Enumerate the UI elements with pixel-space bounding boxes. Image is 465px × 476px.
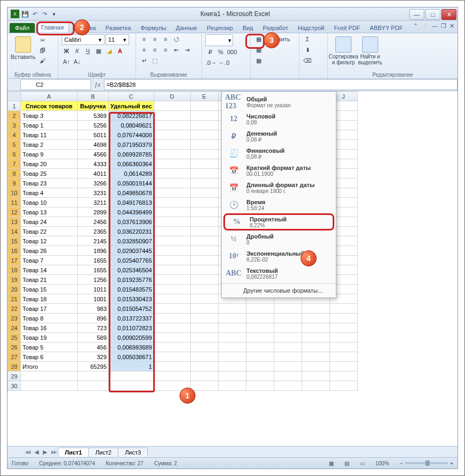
ribbon-minimize-icon[interactable]: ⌃ bbox=[413, 23, 418, 29]
cell[interactable]: 456 bbox=[78, 343, 109, 352]
tab-ABBYY PDF[interactable]: ABBYY PDF bbox=[365, 23, 408, 33]
tab-Foxit PDF[interactable]: Foxit PDF bbox=[329, 23, 365, 33]
tab-file[interactable]: Файл bbox=[10, 23, 35, 33]
sort-filter-button[interactable]: Сортировка и фильтр bbox=[331, 34, 356, 65]
minimize-button[interactable]: — bbox=[409, 9, 424, 20]
tab-Разметка[interactable]: Разметка bbox=[101, 23, 136, 33]
close-button[interactable]: ✕ bbox=[441, 9, 456, 20]
row-header-13[interactable]: 13 bbox=[8, 217, 21, 227]
align-top-icon[interactable]: ≡ bbox=[139, 34, 149, 44]
cell[interactable] bbox=[190, 140, 218, 150]
cell[interactable]: 2145 bbox=[78, 236, 109, 246]
cell[interactable] bbox=[190, 246, 218, 256]
cell[interactable]: 896 bbox=[78, 314, 109, 323]
merge-icon[interactable]: ⬚ bbox=[150, 56, 160, 65]
cell[interactable]: 1655 bbox=[78, 265, 109, 275]
cell[interactable] bbox=[154, 323, 190, 333]
cell[interactable] bbox=[302, 333, 329, 343]
cell[interactable] bbox=[246, 362, 274, 371]
cell[interactable]: 0,011072823 bbox=[109, 323, 154, 333]
decrease-decimal-icon[interactable]: ←.0 bbox=[218, 58, 230, 68]
cell[interactable]: Товар 12 bbox=[21, 236, 78, 246]
row-header-19[interactable]: 19 bbox=[8, 275, 21, 285]
cell[interactable] bbox=[190, 188, 218, 198]
autosum-icon[interactable]: Σ bbox=[303, 34, 312, 44]
cell[interactable]: 723 bbox=[78, 323, 109, 333]
find-select-button[interactable]: Найти и выделить bbox=[358, 34, 382, 65]
format-option-Денежный[interactable]: ₽ Денежный0,08 ₽ bbox=[222, 128, 336, 145]
cell[interactable]: 0,08049621 bbox=[109, 121, 154, 130]
cell[interactable]: Товар 6 bbox=[21, 352, 78, 362]
cell[interactable] bbox=[21, 381, 78, 391]
cell[interactable]: Выручка bbox=[78, 101, 109, 111]
cell[interactable] bbox=[302, 362, 329, 371]
cell[interactable]: Товар 8 bbox=[21, 314, 78, 323]
format-option-Дробный[interactable]: ½ Дробный0 bbox=[222, 230, 336, 248]
paste-button[interactable]: Вставить bbox=[11, 34, 35, 60]
cell[interactable]: Товар 4 bbox=[21, 188, 78, 198]
row-header-24[interactable]: 24 bbox=[8, 323, 21, 333]
cell[interactable] bbox=[190, 150, 218, 159]
cell[interactable] bbox=[109, 381, 154, 391]
cell[interactable] bbox=[154, 285, 190, 294]
cell[interactable] bbox=[218, 314, 246, 323]
format-option-Финансовый[interactable]: 🧾 Финансовый0,08 ₽ bbox=[222, 145, 336, 162]
row-header-11[interactable]: 11 bbox=[8, 198, 21, 207]
cell[interactable]: 0,025407765 bbox=[109, 256, 154, 265]
tab-Данные[interactable]: Данные bbox=[171, 23, 202, 33]
cell[interactable] bbox=[218, 323, 246, 333]
mdi-min-icon[interactable]: — bbox=[432, 23, 438, 29]
cell[interactable] bbox=[302, 304, 329, 314]
row-header-27[interactable]: 27 bbox=[8, 352, 21, 362]
font-color-icon[interactable]: A bbox=[115, 46, 125, 56]
row-header-3[interactable]: 3 bbox=[8, 121, 21, 130]
cell[interactable]: 5011 bbox=[78, 130, 109, 140]
cell[interactable]: Товар 18 bbox=[21, 294, 78, 304]
cell[interactable] bbox=[154, 362, 190, 371]
cell[interactable]: Товар 21 bbox=[21, 275, 78, 285]
cell[interactable]: 2365 bbox=[78, 227, 109, 236]
cell[interactable] bbox=[190, 333, 218, 343]
cell[interactable] bbox=[302, 381, 329, 391]
cell[interactable] bbox=[190, 256, 218, 265]
zoom-slider[interactable]: −+ bbox=[400, 460, 453, 466]
cell[interactable]: 4566 bbox=[78, 150, 109, 159]
col-header-C[interactable]: C bbox=[109, 92, 154, 101]
cell[interactable]: Удельный вес bbox=[109, 101, 154, 111]
cell[interactable]: Товар 10 bbox=[21, 198, 78, 207]
cell[interactable]: 1655 bbox=[78, 256, 109, 265]
cell[interactable]: Товар 22 bbox=[21, 227, 78, 236]
cell[interactable] bbox=[190, 265, 218, 275]
cell[interactable] bbox=[329, 304, 357, 314]
cell[interactable] bbox=[246, 371, 274, 381]
cell[interactable] bbox=[154, 159, 190, 169]
indent-dec-icon[interactable]: ⇤ bbox=[171, 45, 181, 55]
tab-nav-prev-icon[interactable]: ◀ bbox=[32, 449, 41, 456]
row-header-10[interactable]: 10 bbox=[8, 188, 21, 198]
cell[interactable] bbox=[274, 381, 302, 391]
cell[interactable]: Товар 16 bbox=[21, 323, 78, 333]
cell[interactable]: 0,049850678 bbox=[109, 188, 154, 198]
cell[interactable] bbox=[190, 159, 218, 169]
cell[interactable]: 0,029037445 bbox=[109, 246, 154, 256]
cell[interactable] bbox=[190, 169, 218, 178]
cell[interactable] bbox=[190, 323, 218, 333]
row-header-23[interactable]: 23 bbox=[8, 314, 21, 323]
cell[interactable] bbox=[154, 333, 190, 343]
cell[interactable] bbox=[246, 323, 274, 333]
cell[interactable] bbox=[190, 371, 218, 381]
cell[interactable] bbox=[154, 227, 190, 236]
tab-nav-first-icon[interactable]: ⏮ bbox=[24, 449, 32, 455]
tab-Разработ[interactable]: Разработ bbox=[258, 23, 293, 33]
cell[interactable]: 1256 bbox=[78, 275, 109, 285]
cell[interactable] bbox=[190, 111, 218, 121]
cell[interactable] bbox=[329, 381, 357, 391]
cell[interactable]: Товар 25 bbox=[21, 169, 78, 178]
cell[interactable] bbox=[154, 198, 190, 207]
sheet-tab-Лист3[interactable]: Лист3 bbox=[118, 448, 148, 457]
col-header-E[interactable]: E bbox=[190, 92, 218, 101]
cell[interactable]: 0,015483575 bbox=[109, 285, 154, 294]
cell[interactable] bbox=[190, 236, 218, 246]
cell[interactable] bbox=[154, 150, 190, 159]
cell[interactable]: 3266 bbox=[78, 178, 109, 188]
